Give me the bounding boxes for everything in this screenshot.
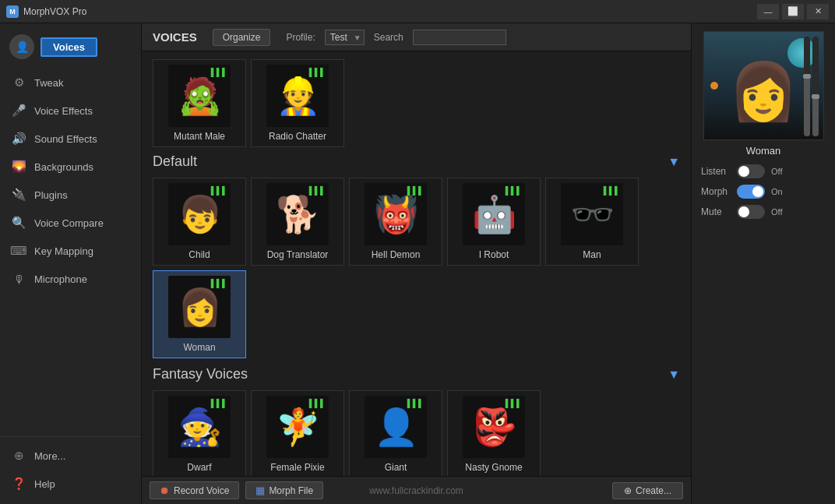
minimize-button[interactable]: — (757, 4, 779, 19)
voice-card-img-mutant: 🧟 ▌▌▌ (168, 65, 231, 127)
mute-toggle[interactable] (737, 205, 765, 219)
woman-preview-figure: 👩 (728, 58, 798, 125)
sidebar-item-label-help: Help (34, 478, 55, 490)
morph-label: Morph (701, 186, 731, 197)
voice-card-img-gnome: 👺 ▌▌▌ (463, 396, 525, 458)
voice-card-child[interactable]: 👦 ▌▌▌ Child (153, 178, 246, 266)
voice-card-hell-demon[interactable]: 👹 ▌▌▌ Hell Demon (349, 178, 442, 266)
section-title: VOICES (153, 30, 197, 44)
voice-card-man[interactable]: 🕶️ ▌▌▌ Man (545, 178, 639, 266)
sound-effects-icon: 🔊 (11, 131, 26, 146)
help-icon: ❓ (11, 476, 26, 492)
voice-card-nasty-gnome[interactable]: 👺 ▌▌▌ Nasty Gnome (447, 390, 541, 476)
sidebar-item-label-plugins: Plugins (34, 189, 68, 201)
voice-card-img-robot: 🤖 ▌▌▌ (463, 183, 525, 245)
signal-icon-woman: ▌▌▌ (211, 279, 227, 287)
sidebar-item-voice-effects[interactable]: 🎤 Voice Effects (0, 97, 141, 125)
sidebar-item-voice-compare[interactable]: 🔍 Voice Compare (0, 209, 141, 237)
plugins-icon: 🔌 (11, 187, 26, 203)
morph-state: On (771, 187, 783, 196)
create-button[interactable]: ⊕ Create... (612, 482, 683, 499)
voice-name-nasty-gnome: Nasty Gnome (465, 462, 522, 473)
record-voice-button[interactable]: ⏺ Record Voice (150, 481, 239, 499)
morph-file-icon: ▦ (255, 485, 265, 496)
voice-card-img-child: 👦 ▌▌▌ (168, 183, 231, 245)
listen-toggle[interactable] (737, 164, 765, 178)
mutant-male-figure: 🧟 (178, 75, 222, 117)
sidebar-item-key-mapping[interactable]: ⌨ Key Mapping (0, 237, 141, 265)
voice-card-img-dwarf: 🧙 ▌▌▌ (168, 396, 231, 458)
default-section-arrow-icon[interactable]: ▼ (668, 155, 680, 169)
sidebar-item-sound-effects[interactable]: 🔊 Sound Effects (0, 125, 141, 153)
rp-sliders (804, 37, 819, 136)
search-input[interactable] (413, 30, 506, 45)
sidebar-bottom: ⊕ More... ❓ Help (0, 436, 141, 498)
voice-card-img-radio: 👷 ▌▌▌ (266, 65, 329, 127)
close-button[interactable]: ✕ (807, 4, 829, 19)
signal-icon-child: ▌▌▌ (211, 186, 227, 195)
mute-state: Off (771, 207, 782, 217)
app-body: 👤 Voices ⚙ Tweak 🎤 Voice Effects 🔊 Sound… (0, 23, 835, 504)
voice-card-dog-translator[interactable]: 🐕 ▌▌▌ Dog Translator (251, 178, 344, 266)
sidebar-item-label-voice-compare: Voice Compare (34, 217, 104, 229)
man-figure: 🕶️ (570, 193, 615, 235)
sidebar-item-label-key-mapping: Key Mapping (34, 245, 93, 257)
microphone-icon: 🎙 (11, 271, 26, 287)
signal-icon-gnome: ▌▌▌ (506, 399, 522, 407)
fantasy-section-arrow-icon[interactable]: ▼ (668, 368, 680, 382)
sidebar-item-label-microphone: Microphone (34, 273, 87, 285)
default-section-header: Default ▼ (153, 153, 680, 170)
rp-slider-2[interactable] (812, 37, 819, 136)
app-title: MorphVOX Pro (23, 6, 86, 17)
sidebar-item-backgrounds[interactable]: 🌄 Backgrounds (0, 153, 141, 181)
voice-card-radio-chatter[interactable]: 👷 ▌▌▌ Radio Chatter (251, 59, 344, 147)
profile-select[interactable]: Test (325, 30, 365, 45)
rp-slider-1[interactable] (804, 37, 810, 136)
morph-toggle[interactable] (737, 185, 765, 199)
voice-name-radio-chatter: Radio Chatter (269, 131, 326, 142)
sidebar-item-label-sound-effects: Sound Effects (34, 133, 97, 145)
maximize-button[interactable]: ⬜ (782, 4, 804, 19)
voice-name-dog-translator: Dog Translator (267, 249, 329, 260)
organize-button[interactable]: Organize (213, 29, 271, 46)
listen-state: Off (771, 167, 782, 176)
morph-file-button[interactable]: ▦ Morph File (245, 481, 323, 499)
voice-card-img-demon: 👹 ▌▌▌ (365, 183, 427, 245)
sidebar-item-label-tweak: Tweak (34, 77, 64, 89)
sidebar-item-help[interactable]: ❓ Help (0, 470, 141, 498)
title-bar: M MorphVOX Pro — ⬜ ✕ (0, 0, 835, 23)
voice-name-hell-demon: Hell Demon (372, 249, 421, 260)
giant-figure: 👤 (374, 406, 418, 448)
voice-card-mutant-male[interactable]: 🧟 ▌▌▌ Mutant Male (153, 59, 246, 147)
voices-button[interactable]: Voices (41, 37, 97, 57)
sidebar-top: 👤 Voices (0, 30, 141, 69)
voice-card-dwarf[interactable]: 🧙 ▌▌▌ Dwarf (153, 390, 246, 476)
right-panel: 👩 Woman Listen Off (691, 23, 835, 504)
rp-preview: 👩 (703, 31, 824, 140)
default-voice-grid: 👦 ▌▌▌ Child 🐕 ▌▌▌ Dog Translator 👹 ▌▌ (153, 178, 680, 358)
voice-card-img-man: 🕶️ ▌▌▌ (561, 183, 623, 245)
sidebar-item-label-backgrounds: Backgrounds (34, 161, 93, 173)
rp-slider-fill-2 (812, 97, 819, 136)
key-mapping-icon: ⌨ (11, 243, 26, 259)
dwarf-figure: 🧙 (178, 406, 222, 448)
voice-card-woman[interactable]: 👩 ▌▌▌ Woman (153, 270, 246, 358)
signal-icon-demon: ▌▌▌ (407, 186, 424, 195)
voice-card-i-robot[interactable]: 🤖 ▌▌▌ I Robot (447, 178, 541, 266)
signal-icon-giant: ▌▌▌ (407, 399, 424, 407)
voice-card-giant[interactable]: 👤 ▌▌▌ Giant (349, 390, 442, 476)
rp-selected-voice-name: Woman (746, 145, 781, 157)
sidebar-item-tweak[interactable]: ⚙ Tweak (0, 69, 141, 97)
sidebar-item-microphone[interactable]: 🎙 Microphone (0, 265, 141, 293)
more-icon: ⊕ (11, 448, 26, 463)
sidebar-item-more[interactable]: ⊕ More... (0, 442, 141, 470)
robot-figure: 🤖 (472, 193, 516, 235)
record-icon: ⏺ (160, 485, 170, 496)
voice-card-female-pixie[interactable]: 🧚 ▌▌▌ Female Pixie (251, 390, 344, 476)
radio-chatter-figure: 👷 (276, 75, 320, 117)
sidebar-item-plugins[interactable]: 🔌 Plugins (0, 181, 141, 209)
bottom-bar: ⏺ Record Voice ▦ Morph File www.fullcrac… (142, 476, 691, 504)
voice-compare-icon: 🔍 (11, 215, 26, 231)
signal-icon-man: ▌▌▌ (604, 186, 620, 195)
voice-card-img-pixie: 🧚 ▌▌▌ (266, 396, 329, 458)
